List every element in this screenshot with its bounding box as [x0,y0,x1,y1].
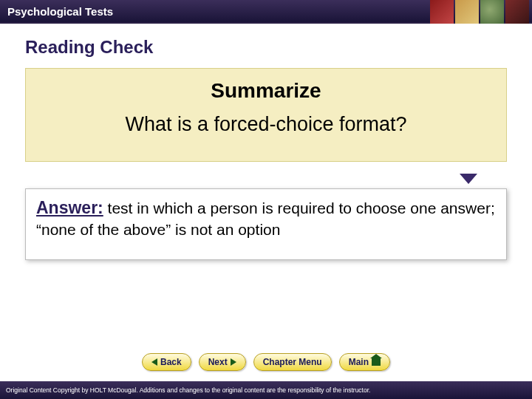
chevron-left-icon [151,358,157,366]
header-decoration [429,0,532,24]
main-label: Main [349,357,369,367]
deco-square [455,0,479,24]
next-label: Next [208,357,228,367]
question-text: What is a forced-choice format? [33,113,499,136]
slide-content: Reading Check Summarize What is a forced… [0,24,532,260]
deco-square [505,0,529,24]
home-icon [372,358,381,366]
chevron-right-icon [231,358,236,366]
answer-label: Answer: [36,198,103,217]
main-button[interactable]: Main [339,353,390,371]
header-bar: Psychological Tests [0,0,532,24]
footer-text: Original Content Copyright by HOLT McDou… [0,386,370,394]
reveal-arrow-icon[interactable] [460,174,477,184]
chapter-menu-button[interactable]: Chapter Menu [253,353,332,371]
answer-text: test in which a person is required to ch… [36,200,495,238]
back-label: Back [160,357,182,367]
answer-line: Answer: test in which a person is requir… [36,197,496,240]
footer-bar: Original Content Copyright by HOLT McDou… [0,381,532,399]
nav-bar: Back Next Chapter Menu Main [0,353,532,371]
deco-square [430,0,454,24]
answer-box: Answer: test in which a person is requir… [25,188,507,260]
next-button[interactable]: Next [199,353,246,371]
question-box: Summarize What is a forced-choice format… [25,68,507,162]
menu-label: Chapter Menu [263,357,322,367]
section-title: Reading Check [25,37,507,58]
header-title: Psychological Tests [0,5,113,18]
back-button[interactable]: Back [142,353,191,371]
deco-square [480,0,504,24]
question-heading: Summarize [33,79,499,103]
